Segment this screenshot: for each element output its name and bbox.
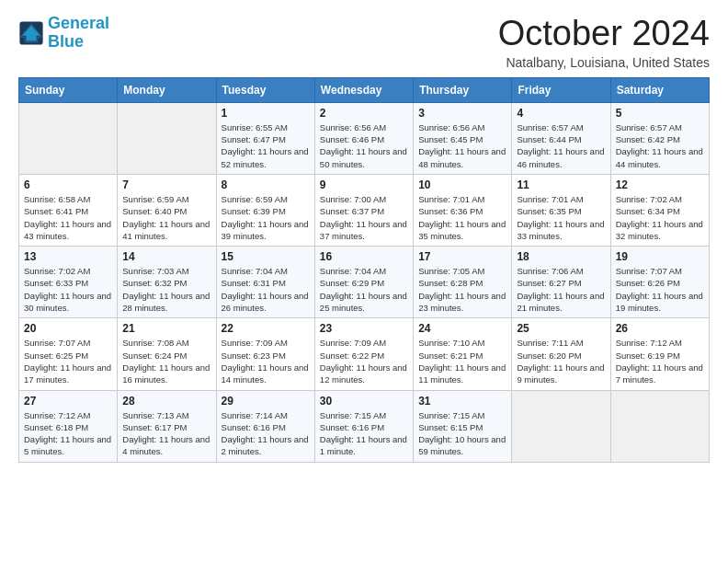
logo: General Blue xyxy=(18,15,109,52)
day-number: 9 xyxy=(320,178,408,191)
day-number: 18 xyxy=(517,250,605,263)
day-number: 1 xyxy=(222,107,310,120)
day-number: 29 xyxy=(222,395,310,408)
day-number: 19 xyxy=(616,250,704,263)
weekday-header: Wednesday xyxy=(314,77,413,102)
page: General Blue October 2024 Natalbany, Lou… xyxy=(0,0,728,477)
day-info: Sunrise: 6:59 AMSunset: 6:39 PMDaylight:… xyxy=(222,193,310,242)
calendar-week-row: 20Sunrise: 7:07 AMSunset: 6:25 PMDayligh… xyxy=(19,318,710,390)
calendar-table: SundayMondayTuesdayWednesdayThursdayFrid… xyxy=(18,77,710,463)
day-info: Sunrise: 7:01 AMSunset: 6:36 PMDaylight:… xyxy=(418,193,506,242)
day-info: Sunrise: 7:09 AMSunset: 6:22 PMDaylight:… xyxy=(320,337,408,385)
day-number: 30 xyxy=(320,395,408,408)
calendar-week-row: 1Sunrise: 6:55 AMSunset: 6:47 PMDaylight… xyxy=(19,102,710,174)
weekday-header: Monday xyxy=(118,77,216,102)
month-title: October 2024 xyxy=(498,15,710,53)
calendar-week-row: 27Sunrise: 7:12 AMSunset: 6:18 PMDayligh… xyxy=(19,390,710,462)
day-number: 4 xyxy=(517,107,605,120)
calendar-cell: 4Sunrise: 6:57 AMSunset: 6:44 PMDaylight… xyxy=(512,102,610,174)
calendar-cell: 16Sunrise: 7:04 AMSunset: 6:29 PMDayligh… xyxy=(314,247,413,318)
calendar-cell xyxy=(610,390,709,462)
day-info: Sunrise: 7:04 AMSunset: 6:29 PMDaylight:… xyxy=(320,265,408,314)
calendar-cell xyxy=(512,390,610,462)
day-info: Sunrise: 7:09 AMSunset: 6:23 PMDaylight:… xyxy=(222,337,310,385)
day-number: 28 xyxy=(122,395,210,408)
calendar-cell: 24Sunrise: 7:10 AMSunset: 6:21 PMDayligh… xyxy=(414,318,512,390)
day-info: Sunrise: 7:11 AMSunset: 6:20 PMDaylight:… xyxy=(517,337,605,385)
calendar-cell: 12Sunrise: 7:02 AMSunset: 6:34 PMDayligh… xyxy=(610,174,709,246)
weekday-header: Sunday xyxy=(19,77,118,102)
day-info: Sunrise: 6:57 AMSunset: 6:42 PMDaylight:… xyxy=(616,121,704,170)
day-number: 21 xyxy=(122,322,210,335)
calendar-cell: 30Sunrise: 7:15 AMSunset: 6:16 PMDayligh… xyxy=(314,390,413,462)
day-info: Sunrise: 7:15 AMSunset: 6:16 PMDaylight:… xyxy=(320,409,408,458)
calendar-cell xyxy=(19,102,118,174)
calendar-cell: 8Sunrise: 6:59 AMSunset: 6:39 PMDaylight… xyxy=(216,174,314,246)
day-info: Sunrise: 7:07 AMSunset: 6:26 PMDaylight:… xyxy=(616,265,704,314)
calendar-week-row: 6Sunrise: 6:58 AMSunset: 6:41 PMDaylight… xyxy=(19,174,710,246)
calendar-cell: 26Sunrise: 7:12 AMSunset: 6:19 PMDayligh… xyxy=(610,318,709,390)
header: General Blue October 2024 Natalbany, Lou… xyxy=(18,15,710,70)
calendar-cell: 29Sunrise: 7:14 AMSunset: 6:16 PMDayligh… xyxy=(216,390,314,462)
weekday-header: Tuesday xyxy=(216,77,314,102)
calendar-cell: 6Sunrise: 6:58 AMSunset: 6:41 PMDaylight… xyxy=(19,174,118,246)
logo-blue: Blue xyxy=(48,32,84,51)
calendar-cell: 31Sunrise: 7:15 AMSunset: 6:15 PMDayligh… xyxy=(414,390,512,462)
calendar-cell: 14Sunrise: 7:03 AMSunset: 6:32 PMDayligh… xyxy=(118,247,216,318)
day-info: Sunrise: 7:02 AMSunset: 6:34 PMDaylight:… xyxy=(616,193,704,242)
day-number: 22 xyxy=(222,322,310,335)
day-info: Sunrise: 7:02 AMSunset: 6:33 PMDaylight:… xyxy=(24,265,112,314)
day-number: 14 xyxy=(122,250,210,263)
day-number: 2 xyxy=(320,107,408,120)
day-info: Sunrise: 7:01 AMSunset: 6:35 PMDaylight:… xyxy=(517,193,605,242)
calendar-cell: 11Sunrise: 7:01 AMSunset: 6:35 PMDayligh… xyxy=(512,174,610,246)
day-number: 25 xyxy=(517,322,605,335)
day-number: 13 xyxy=(24,250,112,263)
day-number: 20 xyxy=(24,322,112,335)
day-info: Sunrise: 7:13 AMSunset: 6:17 PMDaylight:… xyxy=(122,409,210,458)
day-info: Sunrise: 7:10 AMSunset: 6:21 PMDaylight:… xyxy=(418,337,506,385)
calendar-cell: 27Sunrise: 7:12 AMSunset: 6:18 PMDayligh… xyxy=(19,390,118,462)
day-number: 17 xyxy=(418,250,506,263)
day-info: Sunrise: 6:58 AMSunset: 6:41 PMDaylight:… xyxy=(24,193,112,242)
logo-general: General xyxy=(48,14,109,32)
day-number: 11 xyxy=(517,178,605,191)
weekday-header: Thursday xyxy=(414,77,512,102)
title-block: October 2024 Natalbany, Louisiana, Unite… xyxy=(498,15,710,70)
day-info: Sunrise: 7:14 AMSunset: 6:16 PMDaylight:… xyxy=(222,409,310,458)
day-info: Sunrise: 7:15 AMSunset: 6:15 PMDaylight:… xyxy=(418,409,506,458)
day-info: Sunrise: 7:03 AMSunset: 6:32 PMDaylight:… xyxy=(122,265,210,314)
day-number: 6 xyxy=(24,178,112,191)
calendar-cell: 23Sunrise: 7:09 AMSunset: 6:22 PMDayligh… xyxy=(314,318,413,390)
calendar-cell xyxy=(118,102,216,174)
day-info: Sunrise: 7:12 AMSunset: 6:19 PMDaylight:… xyxy=(616,337,704,385)
weekday-header: Friday xyxy=(512,77,610,102)
day-info: Sunrise: 7:06 AMSunset: 6:27 PMDaylight:… xyxy=(517,265,605,314)
day-number: 15 xyxy=(222,250,310,263)
day-info: Sunrise: 7:00 AMSunset: 6:37 PMDaylight:… xyxy=(320,193,408,242)
day-info: Sunrise: 6:55 AMSunset: 6:47 PMDaylight:… xyxy=(222,121,310,170)
day-number: 5 xyxy=(616,107,704,120)
calendar-week-row: 13Sunrise: 7:02 AMSunset: 6:33 PMDayligh… xyxy=(19,247,710,318)
day-number: 24 xyxy=(418,322,506,335)
calendar-cell: 15Sunrise: 7:04 AMSunset: 6:31 PMDayligh… xyxy=(216,247,314,318)
day-number: 8 xyxy=(222,178,310,191)
day-info: Sunrise: 7:04 AMSunset: 6:31 PMDaylight:… xyxy=(222,265,310,314)
calendar-cell: 18Sunrise: 7:06 AMSunset: 6:27 PMDayligh… xyxy=(512,247,610,318)
calendar-cell: 9Sunrise: 7:00 AMSunset: 6:37 PMDaylight… xyxy=(314,174,413,246)
day-info: Sunrise: 7:05 AMSunset: 6:28 PMDaylight:… xyxy=(418,265,506,314)
calendar-cell: 28Sunrise: 7:13 AMSunset: 6:17 PMDayligh… xyxy=(118,390,216,462)
calendar-cell: 3Sunrise: 6:56 AMSunset: 6:45 PMDaylight… xyxy=(414,102,512,174)
calendar-cell: 17Sunrise: 7:05 AMSunset: 6:28 PMDayligh… xyxy=(414,247,512,318)
day-info: Sunrise: 7:12 AMSunset: 6:18 PMDaylight:… xyxy=(24,409,112,458)
logo-text: General Blue xyxy=(48,15,109,52)
day-number: 16 xyxy=(320,250,408,263)
calendar-cell: 7Sunrise: 6:59 AMSunset: 6:40 PMDaylight… xyxy=(118,174,216,246)
day-info: Sunrise: 7:08 AMSunset: 6:24 PMDaylight:… xyxy=(122,337,210,385)
day-number: 3 xyxy=(418,107,506,120)
day-info: Sunrise: 6:56 AMSunset: 6:46 PMDaylight:… xyxy=(320,121,408,170)
day-number: 27 xyxy=(24,395,112,408)
day-number: 7 xyxy=(122,178,210,191)
calendar-header: SundayMondayTuesdayWednesdayThursdayFrid… xyxy=(19,77,710,102)
day-info: Sunrise: 6:57 AMSunset: 6:44 PMDaylight:… xyxy=(517,121,605,170)
